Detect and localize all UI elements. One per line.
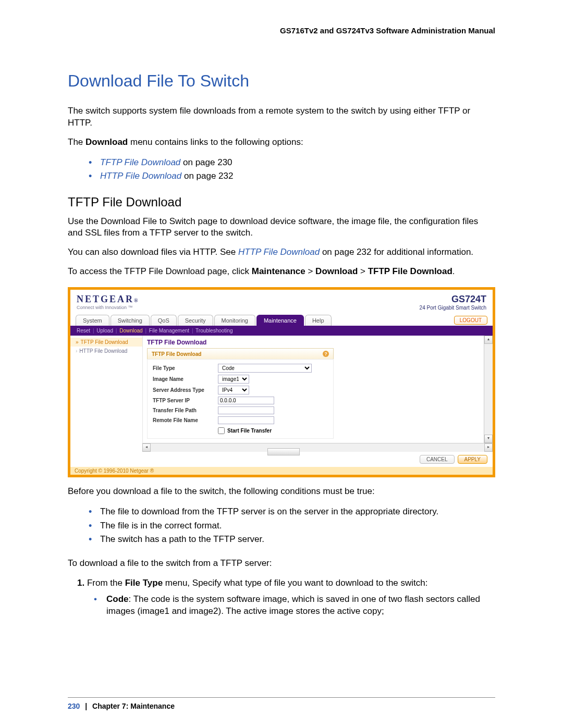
paragraph: Before you download a file to the switch… xyxy=(68,486,495,498)
server-ip-input[interactable] xyxy=(218,397,274,404)
panel-sub-title: TFTP File Download xyxy=(152,351,201,357)
subnav-troubleshooting[interactable]: Troubleshooting xyxy=(195,328,232,334)
image-name-select[interactable]: image1 xyxy=(218,375,249,384)
tab-monitoring[interactable]: Monitoring xyxy=(214,315,255,326)
paragraph: To download a file to the switch from a … xyxy=(68,558,495,570)
paragraph: To access the TFTP File Download page, c… xyxy=(68,266,495,278)
sidebar-item-tftp[interactable]: TFTP File Download xyxy=(70,338,142,347)
tab-security[interactable]: Security xyxy=(178,315,213,326)
addr-type-select[interactable]: IPv4 xyxy=(218,386,249,394)
page-title: Download File To Switch xyxy=(68,71,495,91)
list-item: HTTP File Download on page 232 xyxy=(89,169,495,183)
netgear-logo: NETGEAR® xyxy=(77,294,138,304)
paragraph: You can also download files via HTTP. Se… xyxy=(68,246,495,258)
footer-rule xyxy=(68,697,495,698)
subnav-upload[interactable]: Upload xyxy=(96,328,113,334)
step-1-subbullet: Code: The code is the system software im… xyxy=(94,594,495,618)
scroll-up-icon[interactable]: ▴ xyxy=(484,336,493,344)
gt: > xyxy=(358,266,368,276)
subnav-download[interactable]: Download xyxy=(119,328,142,334)
list-item: TFTP File Download on page 230 xyxy=(89,156,495,169)
addr-type-label: Server Address Type xyxy=(153,387,218,393)
gt: > xyxy=(305,266,315,276)
logout-button[interactable]: LOGOUT xyxy=(454,316,487,325)
page-number: 230 xyxy=(68,702,80,710)
tab-switching[interactable]: Switching xyxy=(111,315,150,326)
side-menu: TFTP File Download HTTP File Download xyxy=(70,336,143,443)
paragraph: Use the Download File to Switch page to … xyxy=(68,216,495,240)
file-type-select[interactable]: Code xyxy=(218,364,312,373)
text: From the xyxy=(87,578,125,588)
page-footer: 230 | Chapter 7: Maintenance xyxy=(68,702,175,710)
start-transfer-checkbox[interactable] xyxy=(218,427,225,434)
text: on page 232 xyxy=(181,171,233,181)
text: on page 232 for additional information. xyxy=(320,247,473,257)
text: You can also download files via HTTP. Se… xyxy=(68,247,238,257)
file-type-label: File Type xyxy=(153,365,218,371)
start-transfer-label: Start File Transfer xyxy=(227,428,272,434)
text: . xyxy=(452,266,455,276)
subnav-reset[interactable]: Reset xyxy=(77,328,90,334)
cancel-button[interactable]: CANCEL xyxy=(420,455,455,464)
help-icon[interactable]: ? xyxy=(323,351,329,357)
scroll-thumb[interactable] xyxy=(267,448,300,455)
brand-tagline: Connect with Innovation ™ xyxy=(77,305,138,310)
screenshot: NETGEAR® Connect with Innovation ™ GS724… xyxy=(68,287,495,477)
sidebar-item-http[interactable]: HTTP File Download xyxy=(70,347,142,355)
text: : The code is the system software image,… xyxy=(106,594,480,616)
transfer-path-input[interactable] xyxy=(218,406,274,414)
options-list: TFTP File Download on page 230 HTTP File… xyxy=(68,156,495,183)
server-ip-label: TFTP Server IP xyxy=(153,398,218,403)
scroll-left-icon[interactable]: ◂ xyxy=(142,443,151,452)
apply-button[interactable]: APPLY xyxy=(458,455,488,464)
tab-system[interactable]: System xyxy=(76,315,109,326)
intro-paragraph-2: The Download menu contains links to the … xyxy=(68,137,495,149)
chapter-label: Chapter 7: Maintenance xyxy=(92,702,175,710)
remote-name-label: Remote File Name xyxy=(153,417,218,423)
file-type-word: File Type xyxy=(125,578,163,588)
download-word: Download xyxy=(85,137,128,147)
text: menu, Specify what type of file you want… xyxy=(163,578,427,588)
panel-title: TFTP File Download xyxy=(147,339,487,346)
section-title: TFTP File Download xyxy=(68,195,495,209)
sub-navigation: Reset | Upload | Download | File Managem… xyxy=(70,326,493,336)
text: The xyxy=(68,137,85,147)
tab-maintenance[interactable]: Maintenance xyxy=(256,315,304,326)
breadcrumb-part: TFTP File Download xyxy=(368,266,452,276)
model-name: GS724T xyxy=(420,294,486,305)
text: menu contains links to the following opt… xyxy=(128,137,303,147)
scroll-right-icon[interactable]: ▸ xyxy=(484,443,493,452)
step-1: 1. From the File Type menu, Specify what… xyxy=(77,577,495,589)
breadcrumb-part: Maintenance xyxy=(252,266,305,276)
list-item: The file to download from the TFTP serve… xyxy=(89,505,495,519)
step-number: 1. xyxy=(77,578,84,588)
remote-name-input[interactable] xyxy=(218,416,274,424)
manual-title: GS716Tv2 and GS724Tv3 Software Administr… xyxy=(68,26,495,35)
code-word: Code xyxy=(106,594,129,604)
copyright-text: Copyright © 1996-2010 Netgear ® xyxy=(70,467,493,475)
breadcrumb-part: Download xyxy=(315,266,358,276)
conditions-list: The file to download from the TFTP serve… xyxy=(68,505,495,546)
http-link[interactable]: HTTP File Download xyxy=(100,171,181,181)
list-item: The switch has a path to the TFTP server… xyxy=(89,533,495,546)
list-item: The file is in the correct format. xyxy=(89,519,495,533)
image-name-label: Image Name xyxy=(153,376,218,382)
tab-help[interactable]: Help xyxy=(305,315,332,326)
tab-qos[interactable]: QoS xyxy=(151,315,177,326)
vertical-scrollbar[interactable]: ▴ ▾ xyxy=(484,336,493,443)
model-desc: 24 Port Gigabit Smart Switch xyxy=(420,305,486,311)
text: To access the TFTP File Download page, c… xyxy=(68,266,252,276)
transfer-path-label: Transfer File Path xyxy=(153,408,218,413)
tftp-link[interactable]: TFTP File Download xyxy=(100,157,180,167)
http-link-inline[interactable]: HTTP File Download xyxy=(238,247,320,257)
subnav-file-management[interactable]: File Management xyxy=(149,328,189,334)
horizontal-scrollbar[interactable]: ◂ ▸ xyxy=(142,443,493,452)
scroll-down-icon[interactable]: ▾ xyxy=(484,435,493,443)
intro-paragraph-1: The switch supports system file download… xyxy=(68,105,495,129)
text: on page 230 xyxy=(180,157,232,167)
